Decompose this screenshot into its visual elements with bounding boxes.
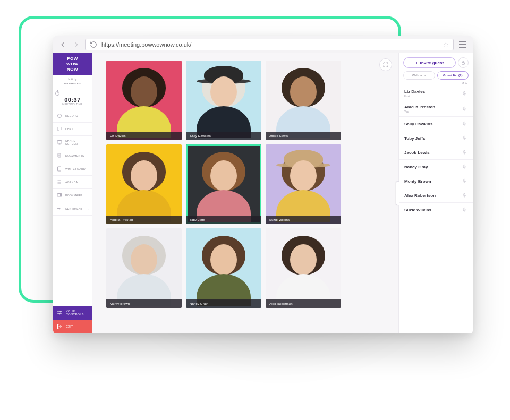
exit-icon xyxy=(56,323,63,330)
brand-line: NOW xyxy=(55,67,90,72)
bookmark-icon xyxy=(56,192,63,199)
right-panel: Invite guest Webcams Guest list (9) Mute… xyxy=(398,53,473,333)
expand-icon xyxy=(382,62,389,68)
microphone-icon xyxy=(462,178,467,184)
mute-toggle[interactable] xyxy=(461,206,468,213)
timer-value: 00:37 xyxy=(54,97,91,103)
documents-icon xyxy=(56,152,63,159)
bookmark-star-icon[interactable]: ☆ xyxy=(443,41,449,48)
microphone-icon xyxy=(462,90,467,97)
brand-logo: POW WOW NOW xyxy=(53,53,92,75)
webcam-tile[interactable]: Monty Brown xyxy=(106,228,182,308)
agenda-icon xyxy=(56,179,63,185)
webcam-tile[interactable]: Alex Robertson xyxy=(266,228,341,308)
mute-column-label: Mute xyxy=(399,82,473,86)
guest-name: Suzie Wilkins xyxy=(404,208,431,212)
webcam-name-label: Nancy Gray xyxy=(186,299,261,308)
stopwatch-icon xyxy=(54,90,61,96)
webcam-tile[interactable]: Liz Davies xyxy=(106,61,182,140)
sidebar-item-chat[interactable]: CHAT xyxy=(53,123,92,136)
webcam-name-label: Liz Davies xyxy=(106,132,182,140)
sidebar-item-label: WHITEBOARD xyxy=(65,167,86,170)
webcam-tile[interactable]: Toby Jeffs xyxy=(186,144,261,224)
person-avatar xyxy=(186,61,261,140)
url-text: https://meeting.powwownow.co.uk/ xyxy=(101,41,439,48)
svg-rect-11 xyxy=(464,122,465,124)
microphone-icon xyxy=(462,207,467,213)
sidebar-item-bookmark[interactable]: BOOKMARK xyxy=(53,189,92,202)
browser-window: https://meeting.powwownow.co.uk/ ☆ POW W… xyxy=(53,36,473,333)
guest-name: Toby Jeffs xyxy=(404,136,425,141)
webcam-name-label: Toby Jeffs xyxy=(186,216,261,224)
sidebar-item-sentiment[interactable]: SENTIMENT xyxy=(53,202,92,216)
guest-row: Sally Dawkins xyxy=(399,116,473,131)
webcam-tile[interactable]: Jacob Lewis xyxy=(266,61,341,140)
person-avatar xyxy=(266,61,341,140)
sidebar-item-record[interactable]: RECORD xyxy=(53,109,92,123)
sidebar-item-label: SENTIMENT xyxy=(65,207,83,210)
guest-row: Amelia PrestonYou xyxy=(399,101,473,116)
mute-toggle[interactable] xyxy=(461,105,468,113)
svg-rect-17 xyxy=(464,208,465,210)
mute-toggle[interactable] xyxy=(461,177,468,185)
browser-menu-button[interactable] xyxy=(457,39,469,50)
svg-rect-2 xyxy=(57,141,62,144)
guest-role: Host xyxy=(404,95,425,98)
guest-name: Nancy Gray xyxy=(404,165,428,169)
person-avatar xyxy=(266,228,341,308)
main-area: Liz DaviesSally DawkinsJacob LewisAmelia… xyxy=(92,53,398,333)
mute-toggle[interactable] xyxy=(461,134,468,142)
guest-row: Liz DaviesHost xyxy=(399,86,473,101)
svg-point-7 xyxy=(59,313,60,314)
webcam-name-label: Monty Brown xyxy=(106,299,182,308)
invite-guest-label: Invite guest xyxy=(420,61,444,65)
microphone-icon xyxy=(462,106,467,112)
webcam-tile[interactable]: Sally Dawkins xyxy=(186,61,261,140)
mute-toggle[interactable] xyxy=(461,163,468,170)
mute-toggle[interactable] xyxy=(461,90,468,97)
lock-meeting-button[interactable] xyxy=(458,57,469,68)
mute-toggle[interactable] xyxy=(461,149,468,156)
panel-collapse-handle[interactable] xyxy=(396,181,399,205)
svg-rect-12 xyxy=(464,136,465,139)
exit-button[interactable]: EXIT xyxy=(53,320,92,333)
webcam-tile[interactable]: Suzie Wilkins xyxy=(266,144,341,224)
record-icon xyxy=(56,113,63,119)
guest-row: Jacob Lewis xyxy=(399,145,473,159)
whiteboard-icon xyxy=(56,166,63,172)
microphone-icon xyxy=(462,135,467,141)
guest-row: Suzie Wilkins xyxy=(399,202,473,217)
mute-toggle[interactable] xyxy=(461,120,468,127)
sidebar-item-agenda[interactable]: AGENDA xyxy=(53,176,92,189)
address-bar[interactable]: https://meeting.powwownow.co.uk/ ☆ xyxy=(85,39,454,50)
guest-name: Alex Robertson xyxy=(404,193,436,198)
webcam-tile[interactable]: Amelia Preston xyxy=(106,144,182,224)
sidebar-item-documents[interactable]: DOCUMENTS xyxy=(53,149,92,162)
sidebar-item-label: AGENDA xyxy=(65,181,78,184)
your-controls-button[interactable]: YOUR CONTROLS xyxy=(53,306,92,320)
guest-name: Amelia PrestonYou xyxy=(404,105,435,113)
tab-webcams[interactable]: Webcams xyxy=(403,71,435,80)
mute-toggle[interactable] xyxy=(461,192,468,199)
webcam-name-label: Amelia Preston xyxy=(106,216,182,224)
sidebar-item-label: DOCUMENTS xyxy=(65,154,84,157)
share-icon xyxy=(56,139,63,145)
sentiment-icon xyxy=(56,205,63,212)
webcam-tile[interactable]: Nancy Gray xyxy=(186,228,261,308)
webcam-name-label: Jacob Lewis xyxy=(266,132,341,140)
svg-point-1 xyxy=(58,114,62,118)
reload-icon xyxy=(90,41,97,48)
sidebar-item-label: BOOKMARK xyxy=(65,194,82,197)
microphone-icon xyxy=(462,192,467,199)
sidebar-item-whiteboard[interactable]: WHITEBOARD xyxy=(53,162,92,176)
fullscreen-button[interactable] xyxy=(379,58,392,71)
back-button[interactable] xyxy=(57,39,68,50)
invite-guest-button[interactable]: Invite guest xyxy=(403,57,456,68)
guest-role: You xyxy=(404,110,435,113)
sidebar-item-share[interactable]: SHARE SCREEN xyxy=(53,136,92,149)
svg-rect-5 xyxy=(57,194,62,197)
person-avatar xyxy=(106,228,182,308)
forward-button[interactable] xyxy=(71,39,82,50)
guest-list: Liz DaviesHostAmelia PrestonYouSally Daw… xyxy=(399,86,473,333)
tab-guest-list[interactable]: Guest list (9) xyxy=(437,71,469,80)
